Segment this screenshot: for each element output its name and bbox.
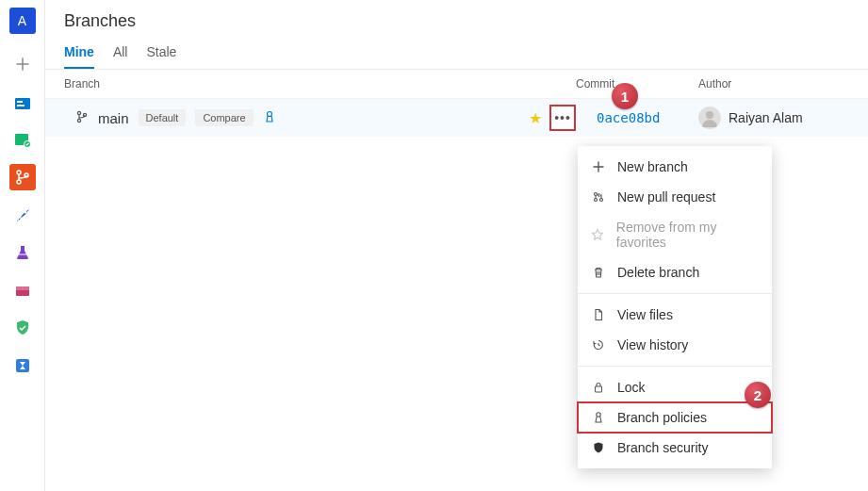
shield-check-icon (13, 319, 32, 337)
menu-branch-policies[interactable]: Branch policies (578, 402, 772, 433)
col-commit: Commit (576, 77, 698, 90)
menu-new-branch[interactable]: New branch (578, 152, 772, 182)
project-avatar[interactable]: A (9, 8, 36, 34)
author-avatar (698, 106, 721, 129)
svg-rect-10 (16, 286, 29, 290)
callout-2: 2 (745, 382, 771, 408)
svg-point-12 (77, 111, 80, 114)
menu-new-pr[interactable]: New pull request (578, 182, 772, 212)
menu-view-history[interactable]: View history (578, 330, 772, 360)
plus-icon (591, 160, 606, 173)
menu-delete-branch[interactable]: Delete branch (578, 257, 772, 287)
star-outline-icon (591, 228, 605, 241)
shield-icon (591, 441, 606, 454)
hourglass-icon (13, 356, 32, 375)
file-icon (591, 308, 606, 321)
context-menu: New branch New pull request Remove from … (578, 146, 772, 468)
left-rail: A (0, 0, 45, 491)
tab-stale[interactable]: Stale (146, 44, 176, 69)
rail-repos[interactable] (9, 164, 36, 190)
rail-tasks[interactable] (9, 126, 36, 153)
svg-point-21 (597, 413, 600, 417)
main-content: Branches Mine All Stale Branch Commit Au… (45, 0, 868, 491)
badge-compare[interactable]: Compare (195, 109, 253, 126)
menu-label: Branch security (617, 440, 708, 455)
branch-icon (75, 110, 89, 126)
menu-remove-favorite: Remove from my favorites (578, 212, 772, 257)
plus-icon (15, 57, 30, 72)
menu-lock[interactable]: Lock (578, 372, 772, 402)
page-header: Branches Mine All Stale (45, 0, 868, 69)
policy-icon (263, 110, 276, 126)
svg-point-19 (600, 199, 603, 202)
menu-label: New branch (617, 159, 688, 174)
svg-point-5 (17, 171, 21, 174)
tabs: Mine All Stale (64, 44, 849, 69)
ellipsis-icon: ••• (554, 110, 571, 125)
col-author: Author (698, 77, 849, 90)
svg-rect-11 (16, 359, 29, 372)
badge-default: Default (139, 109, 187, 126)
author-name: Raiyan Alam (729, 110, 803, 125)
menu-label: View history (617, 337, 688, 352)
branch-cell: main Default Compare ★ ••• (64, 105, 576, 131)
favorite-star-icon[interactable]: ★ (529, 109, 542, 127)
svg-point-16 (706, 111, 713, 119)
rocket-icon (13, 205, 32, 224)
menu-separator (578, 366, 772, 367)
svg-point-18 (595, 199, 598, 202)
menu-separator (578, 293, 772, 294)
svg-rect-0 (15, 98, 30, 109)
callout-1: 1 (612, 83, 638, 109)
package-icon (13, 281, 32, 300)
rail-testplans[interactable] (9, 239, 36, 266)
svg-point-6 (17, 180, 21, 184)
rail-artifacts[interactable] (9, 277, 36, 303)
rail-hourglass[interactable] (9, 352, 36, 379)
page-title: Branches (64, 11, 849, 31)
pull-request-icon (591, 190, 606, 204)
svg-point-17 (595, 193, 598, 196)
tab-all[interactable]: All (113, 44, 128, 69)
rail-compliance[interactable] (9, 315, 36, 341)
tasks-icon (13, 130, 32, 149)
flask-icon (13, 243, 32, 262)
branch-row[interactable]: main Default Compare ★ ••• 0ace08bd (45, 99, 868, 137)
menu-label: Branch policies (617, 410, 707, 425)
svg-point-13 (77, 119, 80, 122)
menu-branch-security[interactable]: Branch security (578, 433, 772, 463)
svg-point-15 (267, 111, 271, 116)
rail-add[interactable] (9, 51, 36, 77)
menu-label: Remove from my favorites (616, 220, 759, 250)
boards-icon (13, 92, 32, 111)
menu-label: Delete branch (617, 265, 699, 280)
trash-icon (591, 266, 606, 279)
svg-rect-2 (17, 105, 25, 106)
author-cell: Raiyan Alam (698, 106, 849, 129)
policy-icon (591, 411, 606, 424)
branch-name[interactable]: main (98, 110, 129, 126)
history-icon (591, 338, 606, 352)
svg-rect-1 (17, 101, 23, 103)
svg-point-8 (24, 211, 26, 214)
lock-icon (591, 381, 606, 394)
menu-view-files[interactable]: View files (578, 300, 772, 330)
svg-rect-20 (596, 386, 602, 392)
tab-mine[interactable]: Mine (64, 44, 94, 69)
row-actions: ★ ••• (529, 105, 576, 131)
menu-label: View files (617, 307, 673, 322)
rail-pipelines[interactable] (9, 202, 36, 228)
col-branch: Branch (64, 77, 576, 90)
branch-icon (14, 169, 31, 186)
more-options-button[interactable]: ••• (549, 105, 576, 131)
menu-label: Lock (617, 380, 646, 395)
table-header: Branch Commit Author (45, 69, 868, 99)
commit-link[interactable]: 0ace08bd (576, 110, 698, 125)
rail-boards[interactable] (9, 89, 36, 115)
menu-label: New pull request (617, 189, 715, 205)
